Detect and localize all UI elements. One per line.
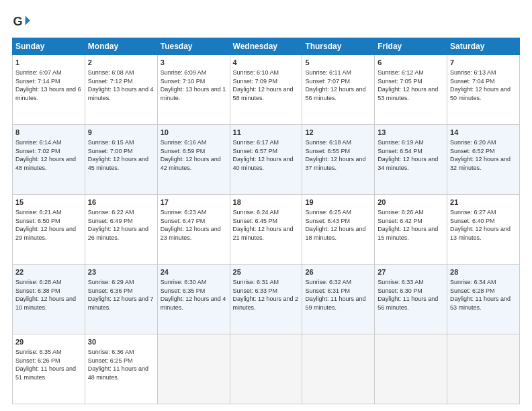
table-row: 1Sunrise: 6:07 AMSunset: 7:14 PMDaylight… <box>13 55 85 125</box>
day-number: 27 <box>378 267 444 277</box>
table-row: 3Sunrise: 6:09 AMSunset: 7:10 PMDaylight… <box>157 55 230 125</box>
col-monday: Monday <box>85 38 157 55</box>
day-number: 21 <box>450 197 517 208</box>
col-wednesday: Wednesday <box>230 38 302 55</box>
calendar-week-row: 22Sunrise: 6:28 AMSunset: 6:38 PMDayligh… <box>13 265 520 334</box>
table-row: 8Sunrise: 6:14 AMSunset: 7:02 PMDaylight… <box>13 125 85 195</box>
day-number: 2 <box>88 58 154 68</box>
day-info: Sunrise: 6:34 AMSunset: 6:28 PMDaylight:… <box>450 279 511 311</box>
day-number: 18 <box>233 197 300 208</box>
header: G <box>12 12 520 31</box>
table-row: 28Sunrise: 6:34 AMSunset: 6:28 PMDayligh… <box>447 265 520 334</box>
table-row: 22Sunrise: 6:28 AMSunset: 6:38 PMDayligh… <box>13 265 85 334</box>
table-row: 15Sunrise: 6:21 AMSunset: 6:50 PMDayligh… <box>13 195 85 265</box>
table-row: 4Sunrise: 6:10 AMSunset: 7:09 PMDaylight… <box>230 55 302 125</box>
day-info: Sunrise: 6:29 AMSunset: 6:36 PMDaylight:… <box>88 279 154 311</box>
day-number: 5 <box>305 58 371 68</box>
day-number: 1 <box>15 58 82 68</box>
calendar-week-row: 29Sunrise: 6:35 AMSunset: 6:26 PMDayligh… <box>13 334 520 404</box>
col-friday: Friday <box>375 38 447 55</box>
day-info: Sunrise: 6:10 AMSunset: 7:09 PMDaylight:… <box>233 69 294 101</box>
table-row: 14Sunrise: 6:20 AMSunset: 6:52 PMDayligh… <box>447 125 520 195</box>
table-row <box>447 334 520 404</box>
table-row: 19Sunrise: 6:25 AMSunset: 6:43 PMDayligh… <box>302 195 375 265</box>
table-row: 30Sunrise: 6:36 AMSunset: 6:25 PMDayligh… <box>85 334 157 404</box>
table-row: 23Sunrise: 6:29 AMSunset: 6:36 PMDayligh… <box>85 265 157 334</box>
calendar-week-row: 1Sunrise: 6:07 AMSunset: 7:14 PMDaylight… <box>13 55 520 125</box>
calendar-table: Sunday Monday Tuesday Wednesday Thursday… <box>12 38 520 404</box>
day-info: Sunrise: 6:28 AMSunset: 6:38 PMDaylight:… <box>15 279 76 311</box>
table-row: 18Sunrise: 6:24 AMSunset: 6:45 PMDayligh… <box>230 195 302 265</box>
day-info: Sunrise: 6:23 AMSunset: 6:47 PMDaylight:… <box>161 209 221 241</box>
day-number: 10 <box>161 128 227 138</box>
day-info: Sunrise: 6:19 AMSunset: 6:54 PMDaylight:… <box>378 139 438 171</box>
day-info: Sunrise: 6:33 AMSunset: 6:30 PMDaylight:… <box>378 279 438 311</box>
table-row <box>230 334 302 404</box>
logo: G <box>12 12 32 31</box>
table-row: 16Sunrise: 6:22 AMSunset: 6:49 PMDayligh… <box>85 195 157 265</box>
table-row: 29Sunrise: 6:35 AMSunset: 6:26 PMDayligh… <box>13 334 85 404</box>
table-row: 24Sunrise: 6:30 AMSunset: 6:35 PMDayligh… <box>157 265 230 334</box>
day-info: Sunrise: 6:07 AMSunset: 7:14 PMDaylight:… <box>15 69 81 101</box>
table-row <box>375 334 447 404</box>
day-info: Sunrise: 6:35 AMSunset: 6:26 PMDaylight:… <box>15 349 76 381</box>
day-number: 14 <box>450 128 517 138</box>
col-saturday: Saturday <box>447 38 520 55</box>
day-info: Sunrise: 6:20 AMSunset: 6:52 PMDaylight:… <box>450 139 511 171</box>
day-info: Sunrise: 6:31 AMSunset: 6:33 PMDaylight:… <box>233 279 299 311</box>
table-row: 25Sunrise: 6:31 AMSunset: 6:33 PMDayligh… <box>230 265 302 334</box>
day-number: 11 <box>233 128 300 138</box>
table-row: 21Sunrise: 6:27 AMSunset: 6:40 PMDayligh… <box>447 195 520 265</box>
col-sunday: Sunday <box>13 38 85 55</box>
day-number: 6 <box>378 58 444 68</box>
day-number: 16 <box>88 197 154 208</box>
page: G Sunday Monday Tuesday Wednesday Thursd… <box>0 0 532 411</box>
day-number: 3 <box>161 58 227 68</box>
day-info: Sunrise: 6:26 AMSunset: 6:42 PMDaylight:… <box>378 209 438 241</box>
day-number: 15 <box>15 197 82 208</box>
day-info: Sunrise: 6:18 AMSunset: 6:55 PMDaylight:… <box>305 139 365 171</box>
table-row: 12Sunrise: 6:18 AMSunset: 6:55 PMDayligh… <box>302 125 375 195</box>
day-info: Sunrise: 6:08 AMSunset: 7:12 PMDaylight:… <box>88 69 154 101</box>
day-number: 9 <box>88 128 154 138</box>
col-tuesday: Tuesday <box>157 38 230 55</box>
day-number: 20 <box>378 197 444 208</box>
day-number: 12 <box>305 128 371 138</box>
col-thursday: Thursday <box>302 38 375 55</box>
day-info: Sunrise: 6:24 AMSunset: 6:45 PMDaylight:… <box>233 209 294 241</box>
day-info: Sunrise: 6:14 AMSunset: 7:02 PMDaylight:… <box>15 139 76 171</box>
day-number: 17 <box>161 197 227 208</box>
svg-text:G: G <box>13 15 22 28</box>
day-info: Sunrise: 6:27 AMSunset: 6:40 PMDaylight:… <box>450 209 511 241</box>
day-number: 8 <box>15 128 82 138</box>
day-number: 7 <box>450 58 517 68</box>
logo-icon: G <box>12 12 31 31</box>
day-number: 19 <box>305 197 371 208</box>
calendar-week-row: 15Sunrise: 6:21 AMSunset: 6:50 PMDayligh… <box>13 195 520 265</box>
table-row: 5Sunrise: 6:11 AMSunset: 7:07 PMDaylight… <box>302 55 375 125</box>
table-row: 10Sunrise: 6:16 AMSunset: 6:59 PMDayligh… <box>157 125 230 195</box>
day-info: Sunrise: 6:30 AMSunset: 6:35 PMDaylight:… <box>161 279 226 311</box>
table-row: 7Sunrise: 6:13 AMSunset: 7:04 PMDaylight… <box>447 55 520 125</box>
table-row: 20Sunrise: 6:26 AMSunset: 6:42 PMDayligh… <box>375 195 447 265</box>
day-number: 26 <box>305 267 371 277</box>
day-info: Sunrise: 6:13 AMSunset: 7:04 PMDaylight:… <box>450 69 511 101</box>
day-info: Sunrise: 6:09 AMSunset: 7:10 PMDaylight:… <box>161 69 226 101</box>
day-info: Sunrise: 6:25 AMSunset: 6:43 PMDaylight:… <box>305 209 365 241</box>
table-row: 26Sunrise: 6:32 AMSunset: 6:31 PMDayligh… <box>302 265 375 334</box>
table-row: 17Sunrise: 6:23 AMSunset: 6:47 PMDayligh… <box>157 195 230 265</box>
table-row: 6Sunrise: 6:12 AMSunset: 7:05 PMDaylight… <box>375 55 447 125</box>
table-row: 13Sunrise: 6:19 AMSunset: 6:54 PMDayligh… <box>375 125 447 195</box>
day-number: 25 <box>233 267 300 277</box>
table-row: 27Sunrise: 6:33 AMSunset: 6:30 PMDayligh… <box>375 265 447 334</box>
day-number: 22 <box>15 267 82 277</box>
table-row: 11Sunrise: 6:17 AMSunset: 6:57 PMDayligh… <box>230 125 302 195</box>
day-number: 4 <box>233 58 300 68</box>
day-number: 28 <box>450 267 517 277</box>
day-info: Sunrise: 6:15 AMSunset: 7:00 PMDaylight:… <box>88 139 148 171</box>
day-number: 23 <box>88 267 154 277</box>
table-row: 2Sunrise: 6:08 AMSunset: 7:12 PMDaylight… <box>85 55 157 125</box>
table-row: 9Sunrise: 6:15 AMSunset: 7:00 PMDaylight… <box>85 125 157 195</box>
day-info: Sunrise: 6:22 AMSunset: 6:49 PMDaylight:… <box>88 209 148 241</box>
day-number: 29 <box>15 337 82 347</box>
